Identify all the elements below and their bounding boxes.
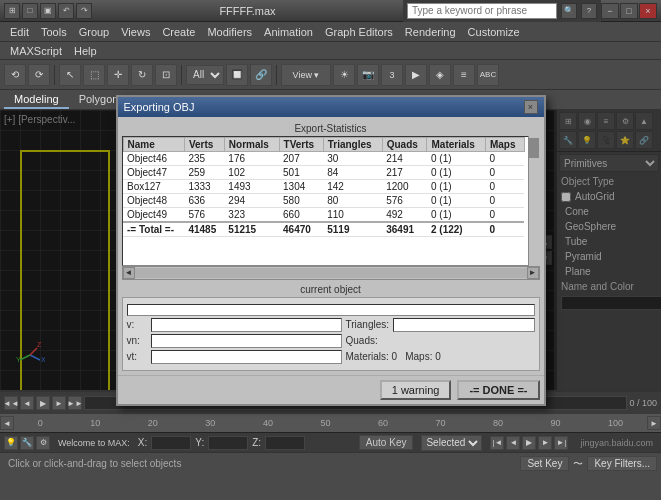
table-cell: 1200 [382, 179, 427, 193]
camera-btn[interactable]: 📷 [357, 64, 379, 86]
table-cell: 501 [279, 165, 323, 179]
ruler-left[interactable]: ◄ [0, 416, 14, 430]
horizontal-scrollbar[interactable]: ◄ ► [122, 266, 540, 280]
render-btn[interactable]: ▶ [405, 64, 427, 86]
table-cell: 323 [224, 207, 279, 222]
dialog-title: Exporting OBJ [124, 101, 195, 113]
pb-prev[interactable]: ◄ [506, 436, 520, 450]
close-button[interactable]: × [639, 3, 657, 19]
y-input[interactable] [208, 436, 248, 450]
toolbar: ⟲ ⟳ ↖ ⬚ ✛ ↻ ⊡ All 🔲 🔗 View ▾ ☀ 📷 3 ▶ ◈ ≡… [0, 60, 661, 90]
menu-views[interactable]: Views [115, 25, 156, 39]
table-cell: Box127 [123, 179, 184, 193]
x-label: X: [138, 437, 147, 448]
num-btn[interactable]: 3 [381, 64, 403, 86]
select-btn[interactable]: ↖ [59, 64, 81, 86]
pb-next[interactable]: ► [538, 436, 552, 450]
minimize-button[interactable]: − [601, 3, 619, 19]
search-input[interactable] [407, 3, 557, 19]
status-icon-1[interactable]: 💡 [4, 436, 18, 450]
timeline-prev[interactable]: ◄◄ [4, 396, 18, 410]
menu-group[interactable]: Group [73, 25, 116, 39]
pb-play[interactable]: ▶ [522, 436, 536, 450]
timeline-play[interactable]: ▶ [36, 396, 50, 410]
col-quads: Quads [382, 137, 427, 151]
app-icon-4[interactable]: ↶ [58, 3, 74, 19]
hscroll-track[interactable] [135, 268, 527, 278]
timeline-next[interactable]: ►► [68, 396, 82, 410]
table-cell: 492 [382, 207, 427, 222]
table-row: Object46235176207302140 (1)0 [123, 151, 524, 165]
rotate-btn[interactable]: ↻ [131, 64, 153, 86]
table-cell: Object49 [123, 207, 184, 222]
scroll-thumb[interactable] [529, 138, 539, 158]
table-cell: 580 [279, 193, 323, 207]
menu-edit[interactable]: Edit [4, 25, 35, 39]
selected-dropdown[interactable]: Selected [421, 435, 482, 451]
status-icon-2[interactable]: 🔧 [20, 436, 34, 450]
done-button[interactable]: -= DONE =- [457, 380, 539, 400]
snap-btn[interactable]: 🔲 [226, 64, 248, 86]
view-btn[interactable]: View ▾ [281, 64, 331, 86]
maximize-button[interactable]: □ [620, 3, 638, 19]
material-btn[interactable]: ◈ [429, 64, 451, 86]
stats-table-container[interactable]: Name Verts Normals TVerts Triangles Quad… [122, 136, 540, 266]
status-bar: 💡 🔧 ⚙ Welcome to MAX: X: Y: Z: Auto Key … [0, 432, 661, 452]
status-icon-3[interactable]: ⚙ [36, 436, 50, 450]
menu-modifiers[interactable]: Modifiers [201, 25, 258, 39]
menu-tools[interactable]: Tools [35, 25, 73, 39]
menu-graph-editors[interactable]: Graph Editors [319, 25, 399, 39]
table-cell: 0 [485, 165, 524, 179]
table-cell: 46470 [279, 222, 323, 237]
pb-end[interactable]: ►| [554, 436, 568, 450]
timeline-fwd[interactable]: ► [52, 396, 66, 410]
select-region-btn[interactable]: ⬚ [83, 64, 105, 86]
app-icon-5[interactable]: ↷ [76, 3, 92, 19]
ruler-right[interactable]: ► [647, 416, 661, 430]
key-filters-button[interactable]: Key Filters... [587, 456, 657, 471]
menu-rendering[interactable]: Rendering [399, 25, 462, 39]
menu-create[interactable]: Create [156, 25, 201, 39]
table-cell: 235 [184, 151, 224, 165]
hscroll-left[interactable]: ◄ [123, 267, 135, 279]
light-btn[interactable]: ☀ [333, 64, 355, 86]
table-cell: 51215 [224, 222, 279, 237]
set-key-button[interactable]: Set Key [520, 456, 569, 471]
ruler-numbers: 0 10 20 30 40 50 60 70 80 90 100 [14, 418, 647, 428]
table-cell: 576 [184, 207, 224, 222]
link-btn[interactable]: 🔗 [250, 64, 272, 86]
col-materials: Materials [427, 137, 485, 151]
table-cell: 80 [323, 193, 382, 207]
tab-modeling[interactable]: Modeling [4, 91, 69, 109]
hscroll-right[interactable]: ► [527, 267, 539, 279]
warning-button[interactable]: 1 warning [380, 380, 452, 400]
reference-dropdown[interactable]: All [186, 65, 224, 85]
table-cell: 2 (122) [427, 222, 485, 237]
menu-help[interactable]: Help [68, 44, 103, 58]
table-cell: 36491 [382, 222, 427, 237]
pb-start[interactable]: |◄ [490, 436, 504, 450]
col-verts: Verts [184, 137, 224, 151]
auto-key-button[interactable]: Auto Key [359, 435, 414, 450]
app-icon-3[interactable]: ▣ [40, 3, 56, 19]
toolbar-btn-1[interactable]: ⟲ [4, 64, 26, 86]
z-input[interactable] [265, 436, 305, 450]
move-btn[interactable]: ✛ [107, 64, 129, 86]
timeline-back[interactable]: ◄ [20, 396, 34, 410]
menu-customize[interactable]: Customize [462, 25, 526, 39]
vertical-scrollbar[interactable] [528, 136, 540, 266]
extra-btn[interactable]: ≡ [453, 64, 475, 86]
help-icon[interactable]: ? [581, 3, 597, 19]
menu-maxscript[interactable]: MAXScript [4, 44, 68, 58]
toolbar-btn-2[interactable]: ⟳ [28, 64, 50, 86]
scale-btn[interactable]: ⊡ [155, 64, 177, 86]
app-icon-2[interactable]: □ [22, 3, 38, 19]
search-icon[interactable]: 🔍 [561, 3, 577, 19]
dialog-close-button[interactable]: × [524, 100, 538, 114]
menu-animation[interactable]: Animation [258, 25, 319, 39]
table-cell: 0 [485, 193, 524, 207]
x-input[interactable] [151, 436, 191, 450]
abc-btn[interactable]: ABC [477, 64, 499, 86]
app-icon-1[interactable]: ⊞ [4, 3, 20, 19]
vt-value [151, 350, 342, 364]
